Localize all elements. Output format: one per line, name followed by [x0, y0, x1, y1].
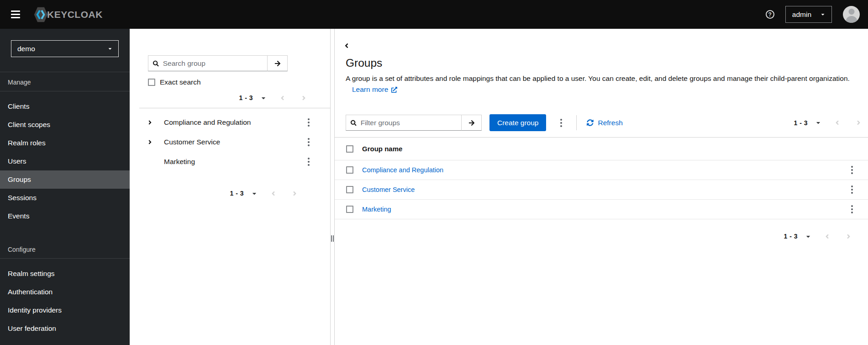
sidebar-item-groups[interactable]: Groups [0, 170, 130, 189]
groups-table: Group name Compliance and Regulation Cus… [335, 138, 868, 219]
row-kebab-button[interactable] [849, 203, 855, 215]
sidebar-item-client-scopes[interactable]: Client scopes [0, 116, 130, 134]
caret-down-icon [821, 12, 825, 17]
caret-down-icon [816, 120, 821, 126]
external-link-icon [391, 87, 397, 93]
chevron-right-icon [302, 95, 306, 101]
table-pagination-top: 1 - 3 [794, 119, 861, 127]
help-icon[interactable] [766, 10, 774, 19]
group-link[interactable]: Marketing [362, 206, 391, 213]
row-kebab-button[interactable] [849, 184, 855, 196]
chevron-left-icon [835, 119, 839, 126]
page-title: Groups [346, 57, 857, 69]
sidebar-item-realm-settings[interactable]: Realm settings [0, 265, 130, 283]
keycloak-logo: KEYCLOAK [34, 7, 103, 22]
sidebar-item-user-federation[interactable]: User federation [0, 319, 130, 338]
pagination-next-button[interactable] [847, 233, 851, 240]
pagination-next-button[interactable] [293, 190, 297, 197]
pagination-options-button[interactable] [252, 191, 257, 196]
learn-more-link[interactable]: Learn more [352, 84, 397, 95]
groups-tree-panel: Exact search 1 - 3 Compliance and Regula… [130, 29, 331, 345]
chevron-left-icon [344, 42, 349, 49]
pagination-prev-button[interactable] [835, 119, 839, 126]
sidebar: demo Manage Clients Client scopes Realm … [0, 29, 130, 345]
caret-down-icon [806, 234, 810, 239]
pagination-range: 1 - 3 [794, 119, 808, 127]
chevron-left-icon [825, 233, 829, 240]
pagination-prev-button[interactable] [280, 95, 284, 101]
row-checkbox[interactable] [346, 186, 353, 193]
pagination-range: 1 - 3 [239, 94, 253, 101]
hamburger-icon[interactable] [11, 11, 20, 18]
collapse-panel-button[interactable] [344, 42, 353, 50]
tree-item: Compliance and Regulation [148, 112, 312, 132]
toolbar-kebab-button[interactable] [558, 117, 564, 129]
row-checkbox[interactable] [346, 206, 353, 213]
exact-search-checkbox[interactable] [148, 79, 155, 86]
caret-down-icon [108, 46, 112, 51]
pagination-prev-button[interactable] [271, 190, 275, 197]
realm-selector[interactable]: demo [11, 40, 119, 57]
sync-icon [587, 119, 594, 126]
refresh-button[interactable]: Refresh [587, 119, 622, 127]
page-description: A group is a set of attributes and role … [346, 74, 850, 82]
masthead: KEYCLOAK admin [0, 0, 868, 29]
expand-chevron-button[interactable] [148, 139, 160, 145]
group-link[interactable]: Compliance and Regulation [362, 166, 443, 174]
caret-down-icon [252, 191, 257, 196]
filter-groups-input[interactable] [361, 119, 457, 127]
groups-toolbar: Create group Refresh 1 - 3 [335, 114, 868, 131]
nav-group-manage-label: Manage [0, 72, 130, 91]
main-content: Groups A group is a set of attributes an… [335, 29, 868, 345]
pagination-next-button[interactable] [302, 95, 306, 101]
table-row: Marketing [335, 200, 868, 219]
group-tree-label[interactable]: Marketing [164, 158, 195, 166]
search-icon [351, 120, 357, 126]
sidebar-item-authentication[interactable]: Authentication [0, 283, 130, 301]
row-checkbox[interactable] [346, 166, 353, 174]
chevron-left-icon [271, 190, 275, 197]
pagination-options-button[interactable] [806, 234, 810, 239]
tree-item: Customer Service [148, 132, 312, 152]
select-all-checkbox[interactable] [346, 145, 353, 153]
arrow-right-icon [468, 120, 475, 126]
table-row: Customer Service [335, 180, 868, 200]
sidebar-item-sessions[interactable]: Sessions [0, 189, 130, 207]
group-link[interactable]: Customer Service [362, 186, 415, 193]
create-group-button[interactable]: Create group [489, 114, 546, 131]
divider [139, 108, 330, 108]
pagination-options-button[interactable] [816, 120, 821, 126]
brand-text: KEYCLOAK [47, 9, 103, 20]
user-menu-dropdown[interactable]: admin [785, 6, 832, 23]
table-row: Compliance and Regulation [335, 160, 868, 180]
column-header-group-name: Group name [362, 145, 402, 153]
arrow-right-icon [274, 60, 281, 67]
filter-groups-field [346, 115, 462, 131]
exact-search-label: Exact search [160, 78, 201, 86]
group-search-submit-button[interactable] [267, 55, 288, 71]
chevron-right-icon [847, 233, 851, 240]
pagination-options-button[interactable] [261, 95, 266, 101]
panel-resize-handle[interactable] [331, 29, 335, 345]
kebab-menu-button[interactable] [305, 156, 312, 168]
sidebar-item-users[interactable]: Users [0, 152, 130, 170]
pagination-next-button[interactable] [857, 119, 861, 126]
sidebar-item-realm-roles[interactable]: Realm roles [0, 134, 130, 152]
avatar-icon[interactable] [843, 6, 860, 23]
divider [576, 115, 577, 130]
group-tree-label[interactable]: Compliance and Regulation [164, 118, 251, 127]
sidebar-item-clients[interactable]: Clients [0, 97, 130, 116]
row-kebab-button[interactable] [849, 164, 855, 176]
realm-name: demo [17, 45, 35, 53]
kebab-menu-button[interactable] [305, 136, 312, 148]
pagination-prev-button[interactable] [825, 233, 829, 240]
expand-chevron-button[interactable] [148, 119, 160, 126]
kebab-menu-button[interactable] [305, 117, 312, 128]
sidebar-item-identity-providers[interactable]: Identity providers [0, 301, 130, 319]
sidebar-item-events[interactable]: Events [0, 207, 130, 225]
group-search-input[interactable] [163, 59, 263, 68]
group-tree-label[interactable]: Customer Service [164, 138, 220, 146]
table-pagination-bottom: 1 - 3 [335, 233, 868, 240]
chevron-right-icon [293, 190, 297, 197]
filter-submit-button[interactable] [461, 115, 482, 131]
